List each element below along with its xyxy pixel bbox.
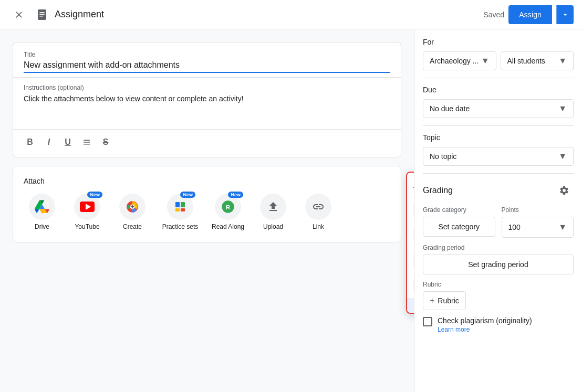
upload-icon-wrap (260, 194, 286, 220)
create-icon-wrap (119, 194, 146, 220)
attach-item-youtube[interactable]: New YouTube (69, 194, 106, 231)
class-value: Archaeology ... (430, 57, 479, 65)
strikethrough-button[interactable]: S (97, 134, 114, 151)
divider-1 (423, 78, 574, 78)
addon-geology-2-icon: Ge (413, 253, 414, 268)
addon-item-geology-1[interactable]: G The Geology Proj... (407, 197, 414, 223)
form-card: Title Instructions (optional) Click the … (13, 42, 401, 157)
assign-dropdown-button[interactable] (556, 5, 574, 24)
points-label: Points (502, 206, 574, 214)
chevron-down-icon (561, 10, 569, 19)
attach-card: Attach Drive (13, 166, 401, 242)
due-value: No due date (430, 104, 470, 113)
create-icon (126, 200, 139, 214)
svg-text:R: R (226, 204, 231, 210)
read-along-icon: R (221, 199, 235, 214)
underline-button[interactable]: U (59, 134, 76, 151)
attach-label: Attach (24, 177, 390, 185)
set-grading-period-button[interactable]: Set grading period (423, 255, 574, 274)
addons-list: G The Geology Proj... H H (407, 197, 414, 313)
plagiarism-row: Check plagiarism (originality) Learn mor… (423, 316, 574, 333)
plagiarism-text: Check plagiarism (originality) Learn mor… (438, 316, 574, 333)
plagiarism-label: Check plagiarism (originality) (438, 316, 574, 325)
grade-category-col: Grade category Set category (423, 206, 495, 238)
addon-google-arts-icon: GA (413, 303, 414, 313)
create-label: Create (123, 223, 142, 231)
attach-item-drive[interactable]: Drive (24, 194, 60, 231)
addon-item-google-arts[interactable]: GA Google Arts & Cu... (407, 298, 414, 313)
title-input[interactable] (24, 60, 390, 70)
attach-item-read-along[interactable]: New R Read Along (210, 194, 246, 231)
left-panel: Title Instructions (optional) Click the … (0, 29, 414, 392)
assign-button[interactable]: Assign (508, 5, 552, 24)
grade-category-label: Grade category (423, 206, 495, 214)
class-select[interactable]: Archaeology ... ▼ (423, 51, 496, 70)
students-value: All students (507, 57, 545, 65)
addon-item-homeroom[interactable]: H Homeroom AddOn (407, 223, 414, 248)
learn-more-link[interactable]: Learn more (438, 326, 470, 333)
italic-button[interactable]: I (40, 134, 57, 151)
main-layout: Title Instructions (optional) Click the … (0, 29, 582, 392)
topic-chevron: ▼ (558, 152, 567, 161)
drive-icon-wrap (29, 194, 55, 220)
addon-item-davidpuzzle[interactable]: D DavidPuzzle (407, 273, 414, 298)
set-category-button[interactable]: Set category (423, 217, 495, 237)
saved-status: Saved (483, 10, 504, 19)
upload-icon (267, 200, 279, 213)
list-icon (82, 137, 91, 147)
attach-item-link[interactable]: Link (300, 194, 337, 231)
attach-item-upload[interactable]: Upload (255, 194, 292, 231)
practice-sets-icon (174, 200, 186, 213)
points-select[interactable]: 100 ▼ (502, 217, 574, 238)
svg-rect-8 (181, 202, 185, 207)
addon-davidpuzzle-icon: D (413, 278, 414, 293)
grading-settings-button[interactable] (555, 181, 574, 200)
points-chevron: ▼ (558, 223, 567, 232)
close-button[interactable] (8, 4, 29, 25)
divider-2 (423, 125, 574, 126)
addon-geology-1-icon: G (413, 203, 414, 217)
rubric-label: Rubric (423, 281, 574, 288)
attach-item-create[interactable]: Create (114, 194, 151, 231)
addon-item-geology-2[interactable]: Ge The Geology Proj... (407, 248, 414, 273)
add-rubric-label: Rubric (438, 296, 459, 305)
due-label: Due (423, 86, 574, 94)
youtube-icon (80, 202, 95, 212)
class-chevron: ▼ (481, 56, 490, 66)
practice-sets-new-badge: New (180, 192, 195, 198)
header-right: Saved Assign (483, 5, 574, 24)
points-value: 100 (508, 223, 521, 231)
link-icon-wrap (305, 194, 331, 220)
instructions-text[interactable]: Click the attachments below to view cont… (24, 93, 390, 125)
close-icon (14, 9, 24, 20)
bold-button[interactable]: B (22, 134, 38, 151)
drive-icon (35, 199, 49, 214)
grading-title: Grading (423, 186, 453, 195)
rubric-section: Rubric + Rubric (423, 281, 574, 310)
youtube-icon-wrap: New (74, 194, 100, 220)
formatting-toolbar: B I U S (13, 129, 401, 157)
students-select[interactable]: All students ▼ (501, 51, 574, 70)
right-panel: For Archaeology ... ▼ All students ▼ Due… (414, 29, 582, 392)
for-label: For (423, 38, 574, 46)
topic-value: No topic (430, 152, 456, 161)
grading-period-label: Grading period (423, 244, 574, 251)
addon-homeroom-icon: H (413, 228, 414, 242)
list-button[interactable] (78, 134, 95, 151)
addons-header: Add-ons (407, 173, 414, 197)
topic-label: Topic (423, 133, 574, 142)
topic-select[interactable]: No topic ▼ (423, 147, 574, 166)
assignment-doc-icon (36, 8, 48, 21)
students-chevron: ▼ (558, 56, 567, 66)
read-along-new-badge: New (228, 192, 243, 198)
drive-label: Drive (35, 223, 49, 231)
grade-category-row: Grade category Set category Points 100 ▼ (423, 206, 574, 238)
due-date-select[interactable]: No due date ▼ (423, 99, 574, 118)
add-rubric-button[interactable]: + Rubric (423, 291, 466, 310)
plagiarism-checkbox[interactable] (423, 317, 432, 326)
grading-header: Grading (423, 181, 574, 200)
gear-icon (559, 185, 569, 196)
for-row: Archaeology ... ▼ All students ▼ (423, 51, 574, 70)
instructions-section: Instructions (optional) Click the attach… (13, 78, 401, 129)
attach-item-practice-sets[interactable]: New Practice sets (159, 194, 201, 231)
